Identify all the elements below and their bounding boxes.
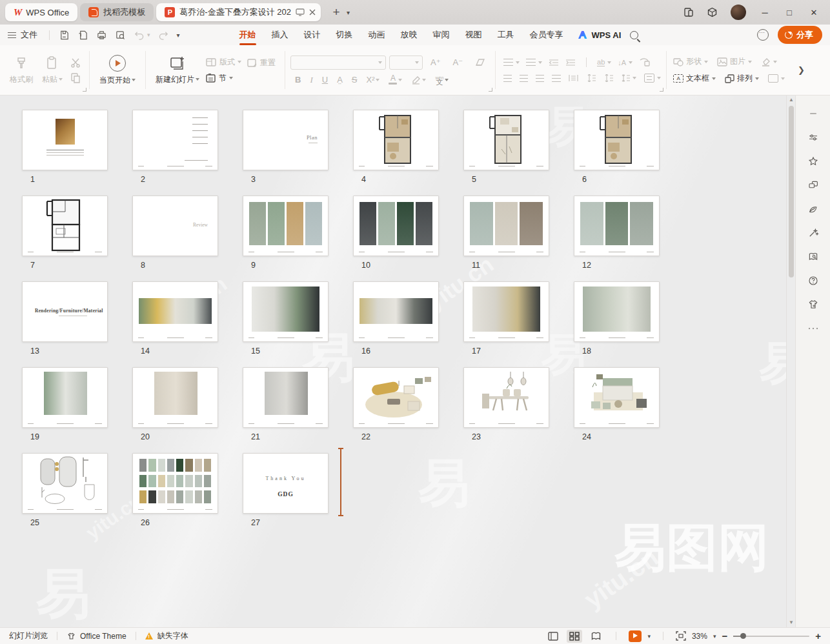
slide-thumbnail-10[interactable] <box>353 196 439 256</box>
object-properties-icon[interactable] <box>807 131 820 144</box>
slide-thumbnail-12[interactable] <box>574 196 660 256</box>
new-tab-button[interactable]: + <box>329 5 344 19</box>
highlight-color-button[interactable] <box>407 75 430 85</box>
textbox-button[interactable]: A文本框 <box>673 73 716 84</box>
arrange-button[interactable]: 排列 <box>725 73 759 84</box>
copy-icon[interactable] <box>70 73 81 83</box>
print-preview-icon[interactable] <box>115 30 126 41</box>
slide-thumbnail-9[interactable] <box>243 196 329 256</box>
distribute-icon[interactable] <box>569 74 578 82</box>
maximize-button[interactable]: □ <box>784 8 795 17</box>
minimize-button[interactable]: ─ <box>759 8 771 17</box>
align-left-icon[interactable] <box>503 75 512 82</box>
slide-thumbnail-16[interactable] <box>353 281 439 342</box>
play-options-chevron-icon[interactable]: ▾ <box>647 633 651 639</box>
feedback-shapes-icon[interactable] <box>807 179 820 192</box>
slide-thumbnail-27[interactable]: Thank YouGDG <box>243 453 329 514</box>
skin-theme-icon[interactable] <box>807 298 820 311</box>
cut-icon[interactable] <box>70 57 81 68</box>
slide-thumbnail-2[interactable] <box>132 110 218 170</box>
decrease-indent-icon[interactable] <box>549 59 559 66</box>
present-monitor-icon[interactable] <box>296 8 305 16</box>
theme-indicator[interactable]: Office Theme <box>64 632 129 641</box>
menu-tab-1[interactable]: 插入 <box>264 25 296 45</box>
superscript-button[interactable]: X² <box>361 75 384 85</box>
underline-button[interactable]: U <box>318 75 332 85</box>
fill-color-button[interactable] <box>761 57 777 66</box>
favorites-star-icon[interactable] <box>807 155 820 168</box>
numbered-list-button[interactable] <box>526 59 542 66</box>
close-tab-icon[interactable] <box>309 9 316 15</box>
workspace-box-icon[interactable] <box>707 7 718 17</box>
beautify-leaf-icon[interactable] <box>807 203 820 216</box>
convert-smartart-icon[interactable] <box>639 58 650 66</box>
font-name-select[interactable] <box>290 55 386 70</box>
zoom-chevron-icon[interactable]: ▾ <box>713 633 716 639</box>
clear-format-icon[interactable] <box>471 58 490 66</box>
zoom-in-button[interactable]: + <box>815 630 821 641</box>
tab-list-chevron-icon[interactable]: ▾ <box>347 9 350 16</box>
col-spacing-icon[interactable] <box>603 74 613 82</box>
slide-thumbnail-7[interactable] <box>22 196 108 256</box>
layout-button[interactable]: 版式 <box>205 57 241 68</box>
tab-wps-home[interactable]: W WPS Office <box>5 3 77 21</box>
menu-tab-7[interactable]: 视图 <box>458 25 490 45</box>
strikethrough-button[interactable]: S <box>347 75 362 85</box>
increase-indent-icon[interactable] <box>565 59 576 66</box>
qat-more-chevron-icon[interactable]: ▾ <box>177 32 180 39</box>
bold-button[interactable]: B <box>290 75 305 85</box>
text-direction-button[interactable]: ab <box>597 58 611 66</box>
more-options-icon[interactable] <box>807 322 820 335</box>
slide-thumbnail-15[interactable] <box>243 281 329 342</box>
font-color-button[interactable]: A <box>384 75 407 85</box>
justify-icon[interactable] <box>552 75 561 82</box>
shapes-button[interactable]: 形状 <box>673 56 708 67</box>
cloud-status-icon[interactable] <box>757 29 769 41</box>
zoom-percentage[interactable]: 33% <box>692 632 707 641</box>
font-size-select[interactable] <box>389 55 423 70</box>
menu-tab-5[interactable]: 放映 <box>393 25 425 45</box>
user-avatar[interactable] <box>731 5 746 20</box>
menu-tab-8[interactable]: 工具 <box>490 25 522 45</box>
menu-tab-2[interactable]: 设计 <box>296 25 329 45</box>
scroll-down-icon[interactable]: ▼ <box>789 620 794 625</box>
zoom-out-button[interactable]: − <box>722 630 727 641</box>
tab-document[interactable]: P 葛乔治-金盏下叠方案设计 202 <box>156 3 321 21</box>
slide-thumbnail-24[interactable] <box>574 367 660 428</box>
new-slide-button[interactable]: 新建幻灯片 <box>151 55 204 85</box>
search-icon[interactable] <box>630 31 638 39</box>
slide-thumbnail-1[interactable] <box>22 110 108 170</box>
slide-thumbnail-18[interactable] <box>574 281 660 342</box>
slide-thumbnail-3[interactable]: Plan <box>243 110 329 170</box>
help-icon[interactable] <box>807 274 820 287</box>
zoom-slider-knob[interactable] <box>740 633 746 639</box>
menu-tab-0[interactable]: 开始 <box>232 25 264 45</box>
section-button[interactable]: 节 <box>205 73 241 84</box>
italic-button[interactable]: I <box>305 75 317 85</box>
slideshow-play-button[interactable] <box>629 630 642 642</box>
slide-thumbnail-14[interactable] <box>132 281 218 342</box>
align-center-icon[interactable] <box>520 75 528 82</box>
missing-font-indicator[interactable]: 缺失字体 <box>143 630 191 641</box>
align-right-icon[interactable] <box>536 75 544 82</box>
wps-ai-button[interactable]: WPS AI <box>578 30 622 40</box>
paragraph-dialog-launcher-icon[interactable] <box>660 88 663 92</box>
reading-view-button[interactable] <box>588 630 603 643</box>
slide-thumbnail-13[interactable]: Rendering/Furniture/Material <box>22 281 108 342</box>
menu-tab-9[interactable]: 会员专享 <box>522 25 571 45</box>
ribbon-expand-button[interactable]: ❯ <box>791 45 811 95</box>
line-spacing-button[interactable] <box>621 74 636 82</box>
vertical-text-button[interactable]: ↓A <box>618 59 633 66</box>
close-button[interactable]: ✕ <box>808 8 820 17</box>
paste-button[interactable]: 粘贴 <box>37 55 67 85</box>
collapse-panel-icon[interactable] <box>807 107 820 120</box>
slide-thumbnail-6[interactable] <box>574 110 660 170</box>
pinyin-guide-button[interactable]: wén文 <box>430 75 453 85</box>
picture-button[interactable]: 图片 <box>717 56 752 67</box>
slide-sorter-view-button[interactable] <box>567 630 582 643</box>
slide-thumbnail-26[interactable] <box>132 453 218 514</box>
normal-view-button[interactable] <box>545 630 561 643</box>
slide-thumbnail-17[interactable] <box>463 281 549 342</box>
slide-thumbnail-21[interactable] <box>243 367 329 428</box>
slide-thumbnail-8[interactable]: Review <box>132 196 218 256</box>
